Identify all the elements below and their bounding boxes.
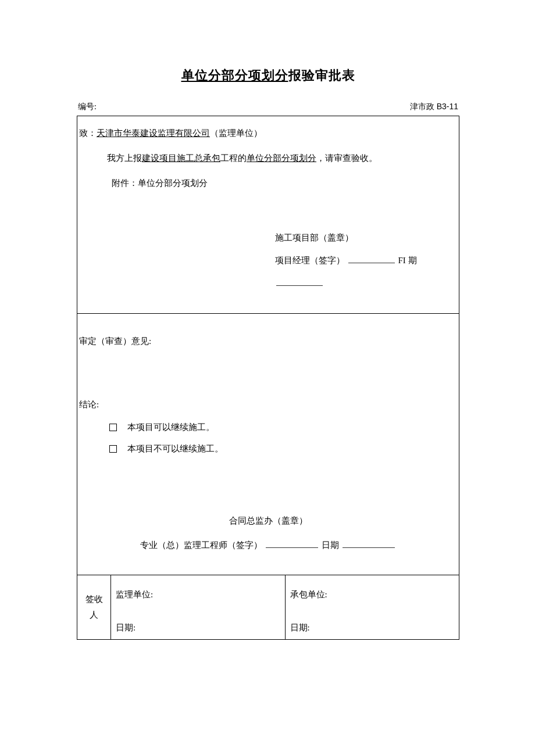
- review-opinion-label: 审定（审查）意见:: [79, 336, 457, 347]
- construction-dept-seal: 施工项目部（盖章）: [275, 227, 459, 249]
- contractor-date-label: 日期:: [290, 622, 455, 633]
- engineer-sign-label: 专业（总）监理工程师（签字）: [140, 540, 262, 550]
- title-rest: 报验审批表: [288, 68, 355, 83]
- contractor-cell: 承包单位: 日期:: [286, 575, 459, 639]
- body-u1: 建设项目施工总承包: [142, 153, 220, 163]
- to-company: 天津市华泰建设监理有限公司: [97, 128, 210, 138]
- pm-sign-label: 项目经理（签字）: [275, 256, 345, 265]
- signature-block-2: 合同总监办（盖章） 专业（总）监理工程师（签字） 日期: [77, 508, 459, 557]
- page: 单位分部分项划分报验审批表 编号: 津市政 B3-11 致：天津市华泰建设监理有…: [0, 0, 535, 640]
- body-mid: 工程的: [220, 153, 247, 163]
- form-code: 津市政 B3-11: [410, 102, 458, 112]
- section-receipt: 签收 人 监理单位: 日期: 承包单位: 日期:: [77, 575, 459, 639]
- form-box: 致：天津市华泰建设监理有限公司（监理单位） 我方上报建设项目施工总承包工程的单位…: [77, 116, 459, 640]
- checkbox-continue-label: 本项目可以继续施工。: [127, 422, 215, 433]
- checkbox-not-continue[interactable]: [109, 445, 117, 453]
- pm-sign-blank[interactable]: [348, 255, 395, 263]
- engineer-sign-blank[interactable]: [266, 539, 318, 548]
- signer-l1: 签收: [85, 592, 103, 607]
- checkbox-not-continue-label: 本项目不可以继续施工。: [127, 443, 223, 454]
- body-prefix: 我方上报: [107, 153, 142, 163]
- section-submission: 致：天津市华泰建设监理有限公司（监理单位） 我方上报建设项目施工总承包工程的单位…: [77, 116, 459, 314]
- to-suffix: （监理单位）: [210, 128, 262, 138]
- signature-block-1: 施工项目部（盖章） 项目经理（签字） FI 期: [275, 227, 459, 295]
- supervisor-cell: 监理单位: 日期:: [111, 575, 286, 639]
- attachment-line: 附件：单位分部分项划分: [79, 178, 457, 189]
- engineer-date-label: 日期: [322, 540, 339, 550]
- to-line: 致：天津市华泰建设监理有限公司（监理单位）: [79, 128, 457, 139]
- body-suffix: ，请审查验收。: [316, 153, 377, 163]
- submission-body: 我方上报建设项目施工总承包工程的单位分部分项划分，请审查验收。: [79, 152, 457, 165]
- number-label: 编号:: [78, 102, 97, 112]
- supervisor-date-label: 日期:: [116, 622, 280, 633]
- signer-l2: 人: [90, 607, 98, 623]
- checkbox-continue[interactable]: [109, 424, 117, 431]
- header-row: 编号: 津市政 B3-11: [77, 102, 459, 112]
- supervisor-unit-label: 监理单位:: [116, 589, 280, 600]
- contractor-unit-label: 承包单位:: [290, 589, 455, 600]
- signer-cell: 签收 人: [77, 575, 111, 639]
- engineer-signature-line: 专业（总）监理工程师（签字） 日期: [77, 533, 459, 557]
- conclusion-label: 结论:: [79, 399, 457, 410]
- checkbox-row-continue: 本项目可以继续施工。: [79, 422, 457, 433]
- checkbox-row-not-continue: 本项目不可以继续施工。: [79, 443, 457, 454]
- section-review: 审定（审查）意见: 结论: 本项目可以继续施工。 本项目不可以继续施工。 合同总…: [77, 314, 459, 575]
- to-prefix: 致：: [79, 128, 97, 138]
- contract-office-seal: 合同总监办（盖章）: [77, 508, 459, 533]
- pm-date-label: FI 期: [398, 256, 417, 265]
- pm-signature-line: 项目经理（签字） FI 期: [275, 249, 459, 295]
- page-title: 单位分部分项划分报验审批表: [77, 67, 459, 84]
- pm-date-blank[interactable]: [276, 277, 323, 286]
- body-u2: 单位分部分项划分: [247, 153, 316, 163]
- title-underlined: 单位分部分项划分: [181, 68, 288, 83]
- engineer-date-blank[interactable]: [343, 539, 395, 548]
